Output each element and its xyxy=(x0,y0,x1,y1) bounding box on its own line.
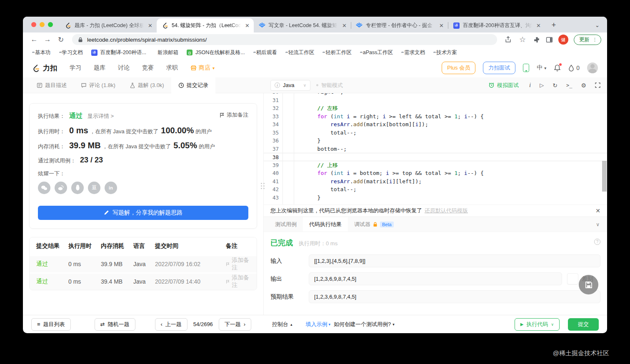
extension-icon[interactable] xyxy=(533,36,540,43)
panel-resize-handle[interactable] xyxy=(261,183,265,189)
bookmark-item[interactable]: 译 百度翻译-200种语... xyxy=(88,48,150,57)
close-tab-icon[interactable]: ✕ xyxy=(147,22,153,29)
random-problem-button[interactable]: ⇄随机一题 xyxy=(95,318,135,331)
close-icon[interactable]: ✕ xyxy=(595,207,600,214)
row-add-note-button[interactable]: 添加备注 xyxy=(213,274,250,289)
mock-interview-button[interactable]: 模拟面试 xyxy=(488,82,519,89)
code-line[interactable]: 43 } xyxy=(264,194,607,202)
bookmark-item[interactable]: 学习文档 xyxy=(56,48,86,57)
bookmark-item[interactable]: 基本功 xyxy=(29,48,54,57)
update-button[interactable]: 更新⋮ xyxy=(574,35,601,45)
streak-counter[interactable]: 0 xyxy=(568,65,580,72)
write-solution-button[interactable]: 写题解，分享我的解题思路 xyxy=(38,206,248,220)
nav-item-store[interactable]: 商店▾ xyxy=(190,64,215,72)
tab-submissions[interactable]: 提交记录 xyxy=(171,77,215,93)
tab-comments[interactable]: 评论 (1.8k) xyxy=(74,77,122,93)
fill-example-link[interactable]: 填入示例▾ xyxy=(306,321,331,328)
plus-member-button[interactable]: Plus 会员 xyxy=(442,62,475,74)
fullscreen-icon[interactable] xyxy=(595,82,600,88)
zoom-window-button[interactable] xyxy=(48,22,53,27)
tab-search-chevron-icon[interactable]: ⌄ xyxy=(595,22,607,32)
code-line[interactable]: 36 } xyxy=(264,137,607,145)
submission-row[interactable]: 通过 0 ms 39.4 MB Java 2022/07/09 14:40 添加… xyxy=(30,272,257,290)
leetcode-interview-button[interactable]: 力扣面试 xyxy=(483,62,515,74)
code-line[interactable]: 35 total--; xyxy=(264,129,607,137)
code-line[interactable]: 40 for (int i = bottom; i >= top && tota… xyxy=(264,169,607,177)
tab-testcase[interactable]: 测试用例 xyxy=(269,217,303,232)
nav-item[interactable]: 竞赛 xyxy=(142,64,154,72)
code-line[interactable]: 37 bottom--; xyxy=(264,145,607,153)
result-status[interactable]: 通过 xyxy=(69,112,82,120)
share-icon[interactable] xyxy=(505,36,512,43)
code-line[interactable]: 42 total--; xyxy=(264,185,607,194)
douban-share-icon[interactable]: 豆 xyxy=(88,182,100,194)
user-avatar[interactable] xyxy=(587,62,598,73)
help-icon[interactable]: ? xyxy=(594,239,600,245)
prev-problem-button[interactable]: ‹上一题 xyxy=(155,318,188,331)
bookmark-item[interactable]: 技术方案 xyxy=(430,48,460,57)
bookmark-item[interactable]: 稍后观看 xyxy=(250,48,280,57)
row-add-note-button[interactable]: 添加备注 xyxy=(213,257,250,272)
browser-tab[interactable]: 译 百度翻译-200种语言互译、沟通 ✕ xyxy=(448,18,545,32)
code-line[interactable]: 38 xyxy=(264,153,607,161)
play-icon[interactable]: ▷ xyxy=(540,82,544,88)
run-code-button[interactable]: ▶执行代码∨ xyxy=(515,318,560,331)
diff-toggle[interactable] xyxy=(567,273,578,284)
floating-save-button[interactable] xyxy=(579,275,598,294)
back-button[interactable]: ← xyxy=(29,34,40,45)
row-result[interactable]: 通过 xyxy=(36,260,68,268)
bookmark-item[interactable]: 新浪邮箱 xyxy=(151,48,182,57)
browser-tab[interactable]: 写文章 - LeetCode 54. 螺旋矩 ✕ xyxy=(254,18,351,32)
tab-description[interactable]: 题目描述 xyxy=(30,77,74,93)
output-value[interactable]: [1,2,3,6,9,8,7,4,5] xyxy=(309,272,562,285)
nav-item[interactable]: 求职 xyxy=(166,64,178,72)
browser-tab[interactable]: 54. 螺旋矩阵 - 力扣（LeetCode ✕ xyxy=(157,18,254,32)
bookmark-item[interactable]: {} JSON在线解析及格... xyxy=(183,48,248,57)
console-toggle[interactable]: 控制台▴ xyxy=(272,321,292,328)
show-details-link[interactable]: 显示详情 > xyxy=(88,112,114,120)
code-editor[interactable]: 30 right--;3132 // 左移33 for (int i = rig… xyxy=(264,93,607,204)
input-value[interactable]: [[1,2,3],[4,5,6],[7,8,9]] xyxy=(309,254,600,267)
gear-icon[interactable]: ⚙ xyxy=(581,82,586,89)
linkedin-share-icon[interactable]: in xyxy=(105,182,117,194)
row-result[interactable]: 通过 xyxy=(36,278,68,285)
editor-scrollbar[interactable] xyxy=(602,161,607,192)
code-line[interactable]: 33 for (int i = right; i >= left && tota… xyxy=(264,112,607,121)
tab-exec-result[interactable]: 代码执行结果 xyxy=(303,217,348,232)
new-tab-button[interactable]: + xyxy=(548,19,560,31)
bookmark-item[interactable]: 轻析工作区 xyxy=(319,48,355,57)
close-tab-icon[interactable]: ✕ xyxy=(244,22,250,29)
info-icon[interactable]: i xyxy=(529,82,531,89)
code-line[interactable]: 41 resArr.add(matrix[i][left]); xyxy=(264,177,607,186)
add-note-button[interactable]: 添加备注 xyxy=(220,111,248,119)
wechat-share-icon[interactable] xyxy=(38,182,50,194)
howto-testcase-link[interactable]: 如何创建一个测试用例?▾ xyxy=(334,321,395,328)
restore-default-link[interactable]: 还原默认代码模版 xyxy=(425,207,468,214)
bookmark-item[interactable]: aPass工作区 xyxy=(357,48,396,57)
bookmark-item[interactable]: 轻流工作区 xyxy=(282,48,318,57)
terminal-icon[interactable]: >_ xyxy=(566,82,572,88)
address-bar[interactable]: leetcode.cn/problems/spiral-matrix/submi… xyxy=(72,34,497,45)
bookmark-star-icon[interactable]: ☆ xyxy=(517,34,528,45)
next-problem-button[interactable]: 下一题› xyxy=(219,318,251,331)
reload-button[interactable]: ↻ xyxy=(55,34,66,45)
smart-mode-toggle[interactable]: 智能模式 xyxy=(316,82,343,89)
notification-bell-icon[interactable] xyxy=(554,64,561,72)
tab-debugger[interactable]: 调试器 Beta xyxy=(348,217,400,232)
collapse-chevron-icon[interactable]: ∨ xyxy=(588,217,607,232)
close-tab-icon[interactable]: ✕ xyxy=(438,22,445,29)
code-line[interactable]: 32 // 左移 xyxy=(264,104,607,112)
sidepanel-icon[interactable] xyxy=(546,36,553,43)
expected-value[interactable]: [1,2,3,6,9,8,7,4,5] xyxy=(309,290,600,303)
close-window-button[interactable] xyxy=(31,22,36,27)
code-line[interactable]: 39 // 上移 xyxy=(264,161,607,170)
code-line[interactable]: 34 resArr.add(matrix[bottom][i]); xyxy=(264,120,607,129)
language-switch[interactable]: 中▾ xyxy=(537,64,546,72)
close-tab-icon[interactable]: ✕ xyxy=(341,22,348,29)
problem-list-button[interactable]: ≡题目列表 xyxy=(31,318,71,331)
reset-code-icon[interactable]: ↻ xyxy=(552,82,558,89)
submission-row[interactable]: 通过 0 ms 39.9 MB Java 2022/07/09 16:02 添加… xyxy=(30,255,257,272)
weibo-share-icon[interactable] xyxy=(55,182,67,194)
close-tab-icon[interactable]: ✕ xyxy=(535,22,542,29)
profile-avatar[interactable]: 健 xyxy=(558,35,568,45)
